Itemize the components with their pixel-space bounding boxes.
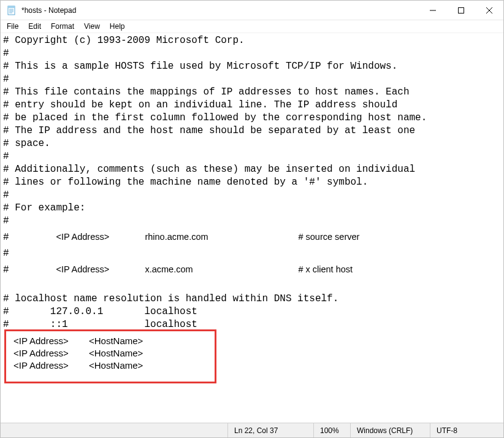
- example-row-1: # <IP Address>rhino.acme.com# source ser…: [3, 232, 359, 242]
- example-row-2: # <IP Address>x.acme.com# x client host: [3, 264, 353, 274]
- close-button[interactable]: [475, 1, 503, 20]
- editor-area[interactable]: # Copyright (c) 1993-2009 Microsoft Corp…: [1, 33, 503, 423]
- text-block-bottom: # localhost name resolution is handled w…: [3, 293, 338, 330]
- title-bar: *hosts - Notepad: [1, 1, 503, 20]
- notepad-icon: [7, 6, 17, 15]
- status-position: Ln 22, Col 37: [227, 423, 313, 437]
- status-encoding: UTF-8: [430, 423, 503, 437]
- text-block-top: # Copyright (c) 1993-2009 Microsoft Corp…: [3, 35, 427, 226]
- highlight-box: <IP Address> <HostName> <IP Address> <Ho…: [4, 329, 216, 383]
- menu-file[interactable]: File: [2, 21, 23, 32]
- highlight-row: <IP Address> <HostName>: [13, 335, 207, 347]
- maximize-button[interactable]: [447, 1, 475, 20]
- status-bar: Ln 22, Col 37 100% Windows (CRLF) UTF-8: [1, 423, 503, 437]
- highlight-host: <HostName>: [89, 347, 143, 359]
- window-title: *hosts - Notepad: [21, 6, 419, 15]
- highlight-row: <IP Address> <HostName>: [13, 347, 207, 359]
- editor-content[interactable]: # Copyright (c) 1993-2009 Microsoft Corp…: [1, 33, 503, 332]
- minimize-button[interactable]: [419, 1, 447, 20]
- highlight-ip: <IP Address>: [13, 347, 89, 359]
- menu-view[interactable]: View: [79, 21, 105, 32]
- highlight-row: <IP Address> <HostName>: [13, 359, 207, 372]
- status-zoom: 100%: [313, 423, 350, 437]
- menu-format[interactable]: Format: [46, 21, 79, 32]
- menu-bar: File Edit Format View Help: [1, 20, 503, 33]
- svg-rect-7: [459, 7, 464, 13]
- highlight-host: <HostName>: [89, 335, 143, 347]
- highlight-ip: <IP Address>: [13, 359, 89, 372]
- menu-help[interactable]: Help: [105, 21, 130, 32]
- status-spacer: [1, 423, 227, 437]
- hash-mid: #: [3, 248, 9, 259]
- window-controls: [419, 1, 503, 20]
- status-eol: Windows (CRLF): [350, 423, 430, 437]
- svg-rect-1: [8, 6, 15, 8]
- menu-edit[interactable]: Edit: [23, 21, 46, 32]
- highlight-ip: <IP Address>: [13, 335, 89, 347]
- highlight-host: <HostName>: [89, 359, 143, 372]
